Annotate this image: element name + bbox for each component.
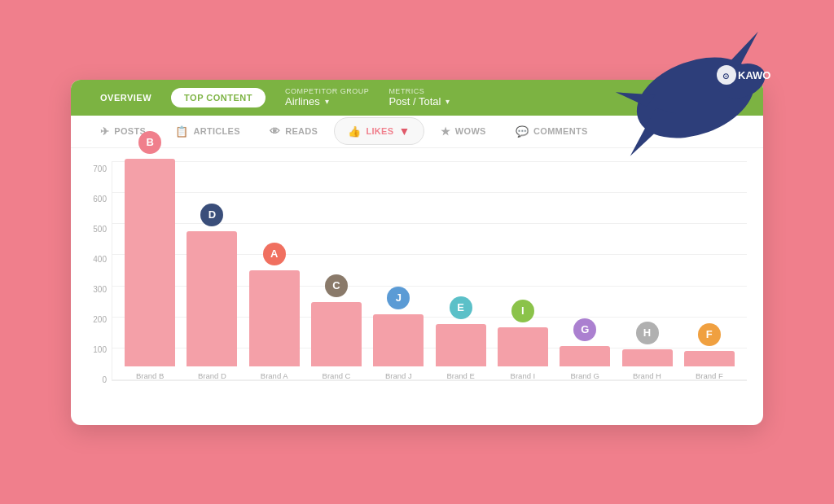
- brand-circle-h: H: [636, 322, 659, 344]
- brand-circle-i: I: [511, 300, 534, 322]
- bar-brand-b[interactable]: B: [125, 159, 175, 366]
- bar-label-brand-d: Brand D: [198, 371, 226, 380]
- brand-circle-e: E: [450, 296, 472, 319]
- tab-comments[interactable]: 💬 COMMENTS: [503, 119, 601, 144]
- bar-label-brand-f: Brand F: [696, 371, 723, 380]
- bar-label-brand-g: Brand G: [571, 371, 599, 380]
- bar-label-brand-a: Brand A: [261, 371, 288, 380]
- tab-articles[interactable]: 📋 ARTICLES: [162, 119, 253, 144]
- metrics-label: METRICS: [388, 87, 450, 95]
- competitor-group-label: COMPETITOR GROUP: [285, 87, 369, 95]
- bar-brand-d[interactable]: D: [187, 231, 237, 366]
- brand-circle-g: G: [573, 318, 596, 341]
- tab-articles-label: ARTICLES: [193, 126, 239, 136]
- bar-group-brand-f: FBrand F: [680, 351, 739, 380]
- competitor-group-value: Airlines ▾: [285, 95, 369, 107]
- bar-label-brand-j: Brand J: [385, 371, 412, 380]
- grid-line-600: [112, 192, 747, 193]
- bar-brand-c[interactable]: C: [311, 302, 362, 366]
- tab-likes-label: LIKES: [366, 126, 393, 136]
- metrics-chevron-icon: ▾: [446, 97, 450, 106]
- y-label-0: 0: [82, 375, 107, 384]
- svg-text:⊙: ⊙: [722, 72, 729, 81]
- bar-label-brand-i: Brand I: [511, 371, 536, 380]
- likes-icon: 👍: [348, 125, 361, 138]
- brand-circle-c: C: [325, 274, 348, 297]
- bar-group-brand-h: HBrand H: [617, 349, 676, 380]
- bar-group-brand-a: ABrand A: [245, 270, 304, 380]
- bar-brand-j[interactable]: J: [373, 314, 424, 366]
- bar-brand-h[interactable]: H: [622, 349, 673, 366]
- posts-icon: ✈: [100, 125, 109, 138]
- brand-circle-a: A: [263, 243, 286, 265]
- overview-button[interactable]: OVERVIEW: [87, 88, 165, 107]
- bar-group-brand-c: CBrand C: [307, 302, 366, 380]
- y-label-300: 300: [82, 285, 107, 294]
- likes-down-arrow-icon: ▼: [398, 125, 410, 138]
- tab-reads[interactable]: 👁 READS: [257, 119, 331, 144]
- bar-label-brand-e: Brand E: [446, 371, 474, 380]
- y-label-700: 700: [82, 164, 107, 173]
- bar-group-brand-g: GBrand G: [555, 346, 614, 380]
- bar-group-brand-b: BBrand B: [121, 159, 179, 380]
- bar-label-brand-c: Brand C: [323, 371, 351, 380]
- metrics-value: Post / Total ▾: [388, 95, 450, 107]
- y-label-500: 500: [82, 225, 107, 234]
- tab-wows[interactable]: ★ WOWS: [428, 119, 499, 144]
- tab-wows-label: WOWS: [455, 126, 486, 136]
- y-label-100: 100: [82, 345, 107, 354]
- tab-reads-label: READS: [285, 126, 318, 136]
- articles-icon: 📋: [175, 125, 188, 138]
- y-label-400: 400: [82, 255, 107, 264]
- comments-icon: 💬: [516, 125, 529, 138]
- bar-brand-i[interactable]: I: [498, 327, 548, 366]
- bar-brand-e[interactable]: E: [436, 324, 486, 366]
- reads-icon: 👁: [270, 125, 280, 138]
- competitor-chevron-icon: ▾: [325, 97, 329, 106]
- brand-circle-b: B: [138, 131, 161, 154]
- y-label-600: 600: [82, 195, 107, 204]
- top-content-button[interactable]: TOP CONTENT: [171, 88, 266, 107]
- tab-comments-label: COMMENTS: [533, 126, 588, 136]
- y-axis: 0 100 200 300 400 500 600 700: [82, 164, 107, 384]
- svg-text:KAWO: KAWO: [738, 69, 770, 81]
- chart-inner: BBrand BDBrand DABrand ACBrand CJBrand J…: [112, 161, 747, 381]
- bar-label-brand-b: Brand B: [136, 371, 164, 380]
- tab-likes[interactable]: 👍 LIKES ▼: [334, 117, 424, 145]
- bar-brand-a[interactable]: A: [249, 270, 300, 366]
- bar-label-brand-h: Brand H: [633, 371, 661, 380]
- bar-group-brand-d: DBrand D: [182, 231, 241, 380]
- brand-circle-d: D: [200, 204, 223, 226]
- wows-icon: ★: [441, 125, 450, 138]
- brand-circle-j: J: [387, 287, 410, 309]
- bar-group-brand-j: JBrand J: [369, 314, 428, 380]
- metrics-selector[interactable]: METRICS Post / Total ▾: [388, 87, 450, 107]
- bar-brand-g[interactable]: G: [560, 346, 610, 366]
- airplane-decoration: ⊙ KAWO: [606, 16, 785, 179]
- bar-group-brand-i: IBrand I: [494, 327, 552, 380]
- chart-area: 0 100 200 300 400 500 600 700 BBrand BDB…: [71, 148, 763, 425]
- y-label-200: 200: [82, 315, 107, 324]
- bar-group-brand-e: EBrand E: [431, 324, 489, 380]
- bar-brand-f[interactable]: F: [684, 351, 735, 366]
- brand-circle-f: F: [698, 323, 721, 346]
- competitor-group-selector[interactable]: COMPETITOR GROUP Airlines ▾: [285, 87, 369, 107]
